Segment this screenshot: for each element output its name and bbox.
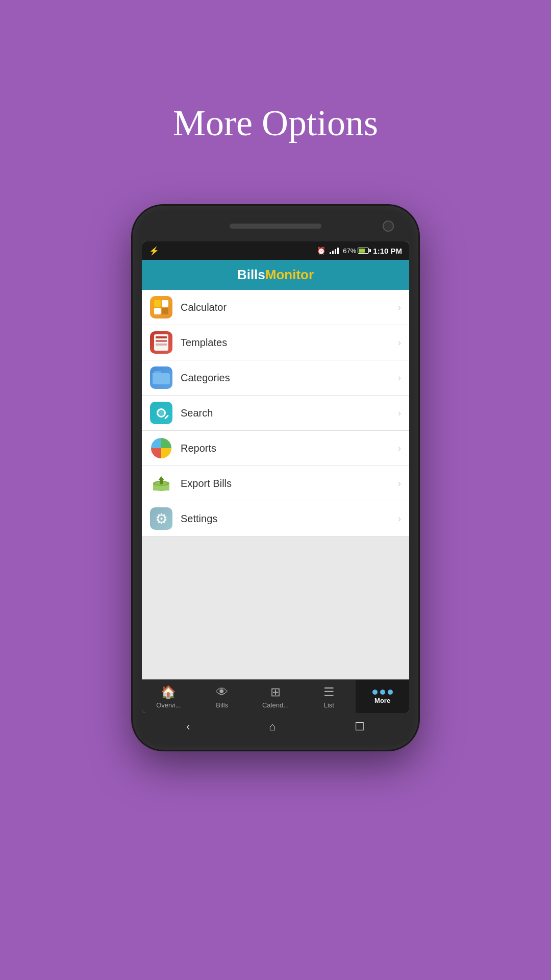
battery-percent: 67% bbox=[343, 247, 356, 255]
categories-icon bbox=[150, 366, 172, 389]
calendar-label: Calend... bbox=[262, 701, 289, 709]
menu-empty-area bbox=[142, 536, 409, 679]
overview-label: Overvi... bbox=[156, 701, 181, 709]
status-bar: ⚡ ⏰ 67% 1:10 bbox=[142, 241, 409, 260]
categories-arrow: › bbox=[398, 373, 401, 383]
back-button[interactable]: ‹ bbox=[186, 720, 190, 733]
menu-item-templates[interactable]: Templates › bbox=[142, 325, 409, 360]
menu-item-reports[interactable]: Reports › bbox=[142, 431, 409, 466]
alarm-icon: ⏰ bbox=[317, 247, 325, 255]
templates-icon bbox=[150, 331, 172, 354]
nav-item-more[interactable]: More bbox=[356, 680, 409, 713]
calendar-icon: ⊞ bbox=[270, 685, 281, 699]
more-dots-icon bbox=[372, 690, 393, 695]
signal-bar-3 bbox=[335, 249, 336, 254]
page-title: More Options bbox=[173, 102, 378, 144]
menu-item-search[interactable]: Search › bbox=[142, 396, 409, 431]
page-background: More Options ⚡ ⏰ bbox=[0, 0, 551, 980]
usb-icon: ⚡ bbox=[149, 246, 159, 256]
phone-top-bar bbox=[142, 216, 409, 236]
search-arrow: › bbox=[398, 408, 401, 419]
signal-bars bbox=[330, 247, 339, 254]
export-bills-icon bbox=[150, 472, 172, 495]
nav-item-bills[interactable]: 👁 Bills bbox=[195, 680, 249, 713]
reports-arrow: › bbox=[398, 443, 401, 454]
nav-item-list[interactable]: ☰ List bbox=[302, 680, 356, 713]
gear-icon-symbol: ⚙ bbox=[155, 510, 168, 527]
menu-list: Calculator › Templates › bbox=[142, 290, 409, 536]
app-header: BillsMonitor bbox=[142, 260, 409, 290]
svg-marker-5 bbox=[158, 476, 164, 480]
export-bills-arrow: › bbox=[398, 478, 401, 489]
calculator-arrow: › bbox=[398, 302, 401, 313]
reports-icon bbox=[150, 437, 172, 459]
bills-label: Bills bbox=[216, 701, 228, 709]
menu-item-categories[interactable]: Categories › bbox=[142, 360, 409, 396]
nav-item-calendar[interactable]: ⊞ Calend... bbox=[249, 680, 303, 713]
templates-label: Templates bbox=[181, 337, 398, 349]
app-title: BillsMonitor bbox=[147, 267, 404, 283]
reports-label: Reports bbox=[181, 443, 398, 454]
battery-fill bbox=[359, 249, 365, 253]
phone-camera bbox=[383, 220, 394, 232]
phone-speaker bbox=[230, 224, 321, 229]
battery-container: 67% bbox=[343, 247, 369, 255]
dot-1 bbox=[372, 690, 378, 695]
status-time: 1:10 PM bbox=[373, 247, 402, 255]
signal-bar-2 bbox=[332, 251, 334, 254]
menu-item-calculator[interactable]: Calculator › bbox=[142, 290, 409, 325]
menu-item-export-bills[interactable]: Export Bills › bbox=[142, 466, 409, 501]
bills-icon: 👁 bbox=[216, 685, 228, 699]
categories-label: Categories bbox=[181, 372, 398, 384]
recent-button[interactable]: ☐ bbox=[355, 720, 365, 733]
calculator-label: Calculator bbox=[181, 302, 398, 313]
settings-label: Settings bbox=[181, 513, 398, 525]
app-title-bills: Bills bbox=[237, 267, 265, 282]
list-icon: ☰ bbox=[323, 685, 335, 699]
signal-bar-1 bbox=[330, 252, 331, 254]
dot-2 bbox=[380, 690, 385, 695]
signal-bar-4 bbox=[337, 248, 339, 254]
phone-device: ⚡ ⏰ 67% 1:10 bbox=[133, 206, 418, 750]
menu-item-settings[interactable]: ⚙ Settings › bbox=[142, 501, 409, 536]
list-label: List bbox=[324, 701, 334, 709]
app-title-monitor: Monitor bbox=[265, 267, 314, 282]
nav-item-overview[interactable]: 🏠 Overvi... bbox=[142, 680, 195, 713]
search-label: Search bbox=[181, 407, 398, 419]
phone-screen: ⚡ ⏰ 67% 1:10 bbox=[142, 241, 409, 713]
settings-icon: ⚙ bbox=[150, 507, 172, 530]
bottom-navigation: 🏠 Overvi... 👁 Bills ⊞ Calend... ☰ List bbox=[142, 679, 409, 713]
status-right: ⏰ 67% 1:10 PM bbox=[317, 247, 402, 255]
export-bills-label: Export Bills bbox=[181, 478, 398, 489]
dot-3 bbox=[388, 690, 393, 695]
templates-arrow: › bbox=[398, 337, 401, 348]
status-left: ⚡ bbox=[149, 246, 159, 256]
battery-icon bbox=[358, 248, 369, 254]
settings-arrow: › bbox=[398, 513, 401, 524]
more-label: More bbox=[374, 697, 390, 704]
search-icon bbox=[150, 402, 172, 424]
calculator-icon bbox=[150, 296, 172, 318]
overview-icon: 🏠 bbox=[161, 685, 176, 699]
phone-bottom-bar: ‹ ⌂ ☐ bbox=[142, 713, 409, 741]
svg-rect-6 bbox=[160, 480, 163, 484]
home-button[interactable]: ⌂ bbox=[269, 720, 276, 733]
